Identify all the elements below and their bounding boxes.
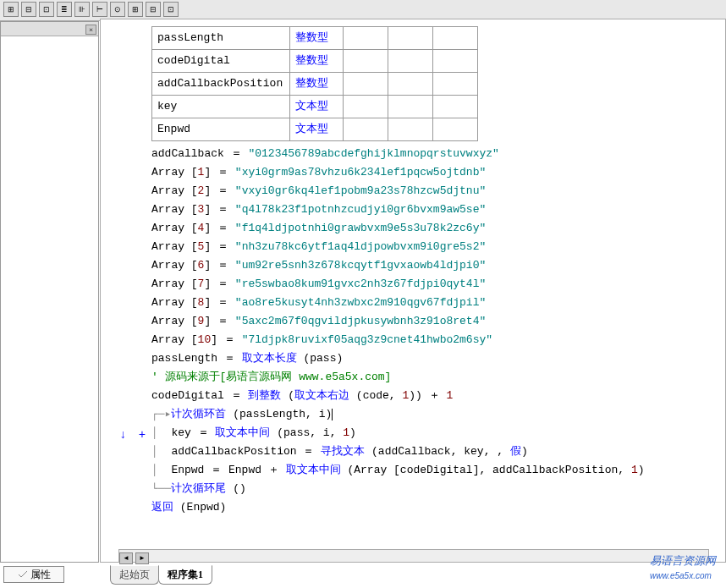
code-line[interactable]: │ Enpwd ＝ Enpwd ＋ 取文本中间 (Array [codeDigi…: [151, 461, 717, 480]
code-editor[interactable]: passLength整数型 codeDigital整数型 addCallback…: [100, 19, 726, 563]
gutter: ↓ +: [119, 426, 151, 444]
tb-btn[interactable]: ⊪: [74, 2, 90, 17]
table-row: addCallbackPosition整数型: [152, 73, 478, 96]
panel-close-icon[interactable]: ×: [85, 25, 96, 35]
tb-btn[interactable]: ⊞: [3, 2, 19, 17]
code-line[interactable]: └──计次循环尾 (): [151, 480, 717, 498]
code-comment[interactable]: ' 源码来源于[易语言源码网 www.e5a5x.com]: [151, 368, 717, 387]
code-line[interactable]: passLength ＝ 取文本长度 (pass): [151, 349, 717, 368]
h-scrollbar[interactable]: ◄ ►: [118, 549, 709, 563]
arrow-down-icon[interactable]: ↓: [119, 428, 126, 442]
tb-btn[interactable]: ≣: [57, 2, 72, 17]
code-line[interactable]: Array [10] ＝ "7ldjpk8ruvixf05aqg3z9cnet4…: [151, 331, 717, 349]
editor-tabs: 起始页 程序集1: [110, 566, 212, 585]
code-line[interactable]: Array [9] ＝ "5axc2m67f0qgvildjpkusywbnh3…: [151, 312, 717, 331]
tb-btn[interactable]: ⊞: [128, 2, 143, 17]
scroll-right-icon[interactable]: ►: [135, 552, 149, 564]
tb-btn[interactable]: ⊟: [21, 2, 36, 17]
watermark: 易语言资源网www.e5a5x.com: [650, 553, 716, 581]
code-line[interactable]: │ key ＝ 取文本中间 (pass, i, 1): [151, 424, 717, 442]
tb-btn[interactable]: ⊡: [163, 2, 179, 17]
code-line[interactable]: codeDigital ＝ 到整数 (取文本右边 (code, 1)) ＋ 1: [151, 387, 717, 405]
code-line[interactable]: Array [5] ＝ "nh3zu78kc6ytf1aq4ldjpowbvxm…: [151, 238, 717, 256]
tb-btn[interactable]: ⊢: [92, 2, 107, 17]
var-table: passLength整数型 codeDigital整数型 addCallback…: [151, 26, 478, 141]
code-line[interactable]: addCallback ＝ "0123456789abcdefghijklmno…: [151, 145, 717, 163]
table-row: passLength整数型: [152, 27, 478, 50]
cursor: [332, 409, 333, 420]
table-row: key文本型: [152, 96, 478, 118]
scroll-left-icon[interactable]: ◄: [119, 552, 133, 564]
code-line[interactable]: ┌─▸计次循环首 (passLength, i): [151, 405, 717, 424]
table-row: Enpwd文本型: [152, 118, 478, 141]
code-line[interactable]: Array [4] ＝ "f1q4ldjpotnhi0grawbvxm9e5s3…: [151, 219, 717, 238]
code-line[interactable]: Array [1] ＝ "xyi0grm9as78vhzu6k234lef1pq…: [151, 163, 717, 182]
code-line[interactable]: Array [7] ＝ "re5swbao8kum91gvxc2nh3z67fd…: [151, 275, 717, 294]
plus-icon[interactable]: +: [139, 428, 146, 442]
table-row: codeDigital整数型: [152, 50, 478, 73]
code-line[interactable]: Array [2] ＝ "vxyi0gr6kq4lef1pobm9a23s78h…: [151, 182, 717, 201]
tab-start[interactable]: 起始页: [110, 565, 159, 585]
code-line[interactable]: Array [8] ＝ "ao8re5kusyt4nh3zwbxc2m910qg…: [151, 294, 717, 312]
code-line[interactable]: 返回 (Enpwd): [151, 498, 717, 517]
code-line[interactable]: │ addCallbackPosition ＝ 寻找文本 (addCallbac…: [151, 442, 717, 461]
properties-label: 属性: [30, 568, 51, 582]
code-line[interactable]: Array [6] ＝ "um92re5snh3z678kcqytf1gvxao…: [151, 256, 717, 275]
hand-icon: [18, 570, 28, 579]
tb-btn[interactable]: ⊙: [110, 2, 125, 17]
tab-program[interactable]: 程序集1: [158, 565, 212, 585]
left-panel: ×: [0, 21, 99, 563]
code-line[interactable]: Array [3] ＝ "q4l78k23f1potnhzcudjyi0gr6b…: [151, 201, 717, 219]
tb-btn[interactable]: ⊟: [146, 2, 161, 17]
properties-tab[interactable]: 属性: [3, 566, 64, 583]
tb-btn[interactable]: ⊡: [39, 2, 54, 17]
